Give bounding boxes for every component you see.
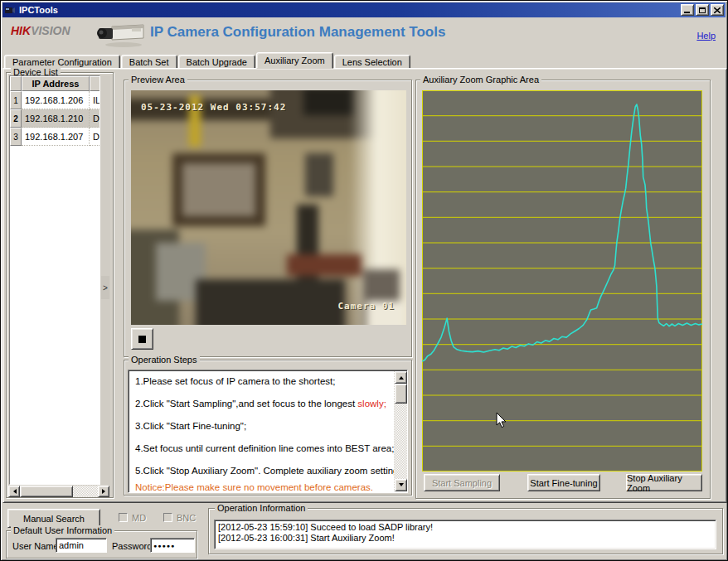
definition-chart — [422, 90, 702, 472]
scroll-right-button[interactable] — [98, 486, 109, 497]
tab-label: Auxiliary Zoom — [265, 56, 325, 65]
step-2-text: 2.Click "Start Sampling",and set focus t… — [135, 399, 357, 409]
operation-steps-label: Operation Steps — [129, 355, 200, 365]
logo-vision: VISION — [31, 24, 70, 37]
start-finetuning-button[interactable]: Start Fine-tuning — [527, 474, 600, 491]
md-checkbox[interactable] — [119, 513, 128, 522]
step-4: 4.Set focus until current definition lin… — [135, 443, 394, 453]
device-list-expander[interactable]: > — [101, 276, 109, 299]
step-2: 2.Click "Start Sampling",and set focus t… — [135, 399, 386, 409]
arrow-left-icon — [11, 489, 17, 494]
osd-camera-name: Camera 01 — [337, 301, 395, 312]
app-icon — [4, 5, 16, 15]
help-link[interactable]: Help — [696, 31, 716, 41]
stop-preview-button[interactable] — [131, 328, 153, 350]
scroll-left-button[interactable] — [8, 486, 20, 497]
device-row-ip[interactable]: 192.168.1.210 — [22, 109, 90, 128]
password-label: Password — [112, 541, 152, 551]
operation-log: [2012-05-23 15:59:10] Succeed to load SA… — [214, 520, 716, 549]
table-corner-cell — [10, 76, 22, 91]
tab-label: Parameter Configuration — [12, 57, 112, 67]
app-window: IPCTools HIKVISION IP Camera Configurati… — [0, 0, 728, 561]
scroll-down-button[interactable] — [395, 479, 407, 491]
tab-bar: Parameter Configuration Batch Set Batch … — [4, 52, 724, 69]
app-header: HIKVISION IP Camera Configuration Manage… — [2, 17, 726, 51]
arrow-right-icon — [102, 489, 108, 494]
password-field[interactable]: ●●●●● — [150, 538, 195, 553]
camera-preview: 05-23-2012 Wed 03:57:42 Camera 01 — [131, 90, 406, 325]
log-line: [2012-05-23 15:59:10] Succeed to load SA… — [218, 522, 433, 532]
close-icon — [714, 7, 721, 13]
row-header-1[interactable]: 1 — [10, 91, 22, 109]
step-3: 3.Click "Start Fine-tuning"; — [135, 421, 246, 431]
preview-blob — [196, 279, 345, 325]
column-header-ip[interactable]: IP Address — [22, 76, 90, 91]
title-bar[interactable]: IPCTools — [2, 2, 726, 17]
preview-area-label: Preview Area — [129, 75, 187, 85]
minimize-icon — [684, 12, 690, 13]
preview-scene — [131, 90, 406, 325]
notice-line-1: Notice:Please make sure no movement befo… — [135, 482, 373, 492]
stop-auxiliary-zoom-button[interactable]: Stop Auxiliary Zoom — [626, 474, 702, 491]
tab-batch-set[interactable]: Batch Set — [121, 55, 177, 69]
close-button[interactable] — [711, 4, 724, 16]
hscroll-thumb[interactable] — [20, 486, 73, 497]
start-sampling-button[interactable]: Start Sampling — [424, 474, 500, 491]
row-header-3[interactable]: 3 — [10, 128, 22, 146]
tab-batch-upgrade[interactable]: Batch Upgrade — [178, 55, 255, 69]
tab-label: Lens Selection — [342, 57, 402, 67]
preview-blob — [303, 90, 353, 115]
step-1: 1.Please set focus of IP camera to the s… — [135, 376, 335, 386]
device-row-model[interactable]: IL6 — [90, 91, 100, 109]
arrow-down-icon — [399, 483, 404, 489]
device-table: IP Address 1 192.168.1.206 IL6 2 192.168… — [9, 75, 100, 485]
arrow-up-icon — [399, 374, 404, 380]
stop-icon — [138, 336, 146, 343]
default-user-info-label: Default User Information — [11, 525, 114, 535]
step-5: 5.Click "Stop Auxiliary Zoom". Complete … — [135, 466, 401, 476]
tab-lens-selection[interactable]: Lens Selection — [334, 55, 410, 69]
maximize-icon — [699, 7, 706, 13]
device-row-ip[interactable]: 192.168.1.206 — [22, 91, 90, 109]
maximize-button[interactable] — [696, 4, 709, 16]
scroll-up-button[interactable] — [395, 371, 407, 384]
device-row-ip[interactable]: 192.168.1.207 — [22, 128, 90, 146]
bnc-checkbox-label: BNC — [177, 513, 196, 523]
preview-blob — [182, 163, 255, 216]
md-checkbox-label: MD — [132, 513, 146, 523]
graphic-area-label: Auxiliary Zoom Graphic Area — [420, 75, 541, 85]
username-field[interactable]: admin — [56, 538, 107, 553]
operation-steps-text: 1.Please set focus of IP camera to the s… — [128, 370, 408, 493]
minimize-button[interactable] — [681, 4, 694, 16]
username-label: User Name — [12, 541, 59, 551]
preview-blob — [305, 153, 333, 196]
page-title: IP Camera Configuration Management Tools — [150, 24, 445, 41]
tab-auxiliary-zoom[interactable]: Auxiliary Zoom — [256, 52, 333, 69]
step-2-highlight: slowly; — [357, 399, 386, 409]
osd-timestamp: 05-23-2012 Wed 03:57:42 — [141, 102, 286, 113]
logo-hik: HIK — [11, 24, 31, 37]
preview-blob — [287, 254, 362, 276]
vscroll-thumb[interactable] — [395, 384, 407, 404]
column-header-model[interactable] — [90, 76, 100, 91]
row-header-2[interactable]: 2 — [10, 109, 22, 128]
log-line: [2012-05-23 16:00:31] Start Auxiliary Zo… — [218, 533, 395, 543]
operation-info-label: Operation Information — [215, 503, 308, 513]
device-row-model[interactable]: DS2 — [90, 128, 100, 146]
camera-icon — [95, 21, 147, 49]
hikvision-logo: HIKVISION — [11, 24, 70, 37]
tab-label: Batch Set — [129, 57, 169, 67]
tab-label: Batch Upgrade — [187, 57, 247, 67]
bnc-checkbox[interactable] — [163, 513, 172, 522]
device-row-model[interactable]: DS- — [90, 109, 100, 128]
definition-curve-svg — [422, 90, 702, 472]
window-title: IPCTools — [19, 5, 679, 15]
